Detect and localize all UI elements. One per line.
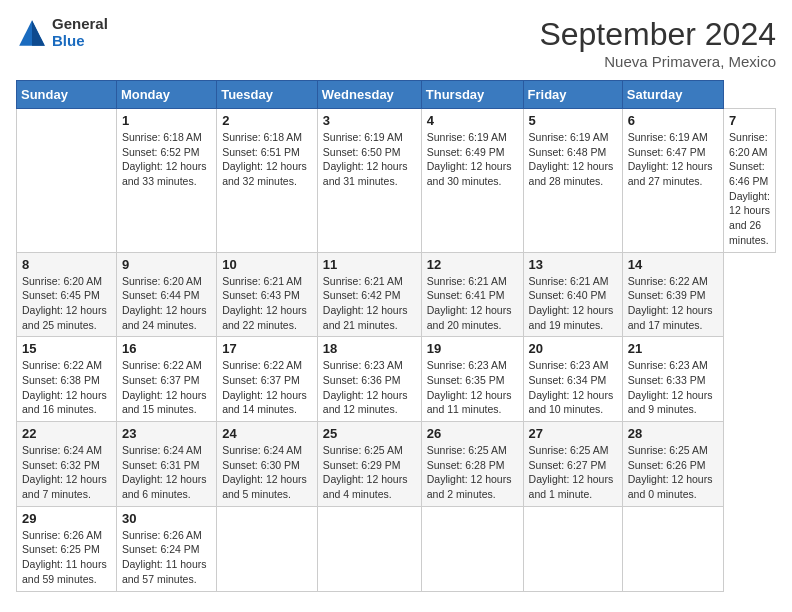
day-cell: 24 Sunrise: 6:24 AM Sunset: 6:30 PM Dayl… <box>217 422 318 507</box>
day-number: 18 <box>323 341 416 356</box>
sunrise: Sunrise: 6:18 AM <box>222 131 302 143</box>
day-cell: 2 Sunrise: 6:18 AM Sunset: 6:51 PM Dayli… <box>217 109 318 253</box>
day-cell: 4 Sunrise: 6:19 AM Sunset: 6:49 PM Dayli… <box>421 109 523 253</box>
day-info: Sunrise: 6:25 AM Sunset: 6:26 PM Dayligh… <box>628 443 718 502</box>
sunrise: Sunrise: 6:21 AM <box>222 275 302 287</box>
week-row-2: 8 Sunrise: 6:20 AM Sunset: 6:45 PM Dayli… <box>17 252 776 337</box>
daylight: Daylight: 12 hours and 31 minutes. <box>323 160 408 187</box>
day-number: 6 <box>628 113 718 128</box>
logo-general: General <box>52 16 108 33</box>
day-number: 4 <box>427 113 518 128</box>
day-number: 20 <box>529 341 617 356</box>
sunset: Sunset: 6:48 PM <box>529 146 607 158</box>
day-number: 9 <box>122 257 211 272</box>
weekday-header-friday: Friday <box>523 81 622 109</box>
daylight: Daylight: 12 hours and 15 minutes. <box>122 389 207 416</box>
sunset: Sunset: 6:32 PM <box>22 459 100 471</box>
day-cell: 7 Sunrise: 6:20 AM Sunset: 6:46 PM Dayli… <box>724 109 776 253</box>
daylight: Daylight: 12 hours and 22 minutes. <box>222 304 307 331</box>
daylight: Daylight: 12 hours and 1 minute. <box>529 473 614 500</box>
day-info: Sunrise: 6:23 AM Sunset: 6:33 PM Dayligh… <box>628 358 718 417</box>
day-number: 15 <box>22 341 111 356</box>
sunrise: Sunrise: 6:21 AM <box>323 275 403 287</box>
sunrise: Sunrise: 6:20 AM <box>729 131 768 158</box>
sunrise: Sunrise: 6:23 AM <box>427 359 507 371</box>
weekday-header-monday: Monday <box>116 81 216 109</box>
sunset: Sunset: 6:34 PM <box>529 374 607 386</box>
day-cell: 12 Sunrise: 6:21 AM Sunset: 6:41 PM Dayl… <box>421 252 523 337</box>
day-cell: 30 Sunrise: 6:26 AM Sunset: 6:24 PM Dayl… <box>116 506 216 591</box>
day-number: 17 <box>222 341 312 356</box>
sunset: Sunset: 6:43 PM <box>222 289 300 301</box>
day-info: Sunrise: 6:19 AM Sunset: 6:49 PM Dayligh… <box>427 130 518 189</box>
sunrise: Sunrise: 6:22 AM <box>122 359 202 371</box>
day-number: 14 <box>628 257 718 272</box>
sunrise: Sunrise: 6:20 AM <box>122 275 202 287</box>
sunset: Sunset: 6:39 PM <box>628 289 706 301</box>
sunset: Sunset: 6:24 PM <box>122 543 200 555</box>
day-number: 24 <box>222 426 312 441</box>
day-info: Sunrise: 6:22 AM Sunset: 6:37 PM Dayligh… <box>222 358 312 417</box>
sunset: Sunset: 6:45 PM <box>22 289 100 301</box>
sunset: Sunset: 6:52 PM <box>122 146 200 158</box>
daylight: Daylight: 12 hours and 6 minutes. <box>122 473 207 500</box>
daylight: Daylight: 12 hours and 20 minutes. <box>427 304 512 331</box>
sunset: Sunset: 6:37 PM <box>122 374 200 386</box>
daylight: Daylight: 12 hours and 25 minutes. <box>22 304 107 331</box>
sunrise: Sunrise: 6:19 AM <box>529 131 609 143</box>
sunrise: Sunrise: 6:24 AM <box>22 444 102 456</box>
day-cell: 17 Sunrise: 6:22 AM Sunset: 6:37 PM Dayl… <box>217 337 318 422</box>
day-cell <box>421 506 523 591</box>
day-number: 5 <box>529 113 617 128</box>
day-info: Sunrise: 6:26 AM Sunset: 6:25 PM Dayligh… <box>22 528 111 587</box>
daylight: Daylight: 12 hours and 16 minutes. <box>22 389 107 416</box>
day-number: 7 <box>729 113 770 128</box>
daylight: Daylight: 12 hours and 12 minutes. <box>323 389 408 416</box>
day-info: Sunrise: 6:21 AM Sunset: 6:42 PM Dayligh… <box>323 274 416 333</box>
weekday-header-thursday: Thursday <box>421 81 523 109</box>
day-cell: 15 Sunrise: 6:22 AM Sunset: 6:38 PM Dayl… <box>17 337 117 422</box>
sunset: Sunset: 6:33 PM <box>628 374 706 386</box>
daylight: Daylight: 12 hours and 2 minutes. <box>427 473 512 500</box>
weekday-header-tuesday: Tuesday <box>217 81 318 109</box>
daylight: Daylight: 12 hours and 28 minutes. <box>529 160 614 187</box>
sunset: Sunset: 6:41 PM <box>427 289 505 301</box>
day-info: Sunrise: 6:24 AM Sunset: 6:32 PM Dayligh… <box>22 443 111 502</box>
daylight: Daylight: 12 hours and 9 minutes. <box>628 389 713 416</box>
day-number: 23 <box>122 426 211 441</box>
day-number: 8 <box>22 257 111 272</box>
day-cell: 25 Sunrise: 6:25 AM Sunset: 6:29 PM Dayl… <box>317 422 421 507</box>
sunrise: Sunrise: 6:26 AM <box>22 529 102 541</box>
sunrise: Sunrise: 6:18 AM <box>122 131 202 143</box>
sunset: Sunset: 6:25 PM <box>22 543 100 555</box>
day-cell <box>317 506 421 591</box>
day-info: Sunrise: 6:22 AM Sunset: 6:38 PM Dayligh… <box>22 358 111 417</box>
daylight: Daylight: 12 hours and 11 minutes. <box>427 389 512 416</box>
sunrise: Sunrise: 6:20 AM <box>22 275 102 287</box>
day-number: 13 <box>529 257 617 272</box>
day-cell: 19 Sunrise: 6:23 AM Sunset: 6:35 PM Dayl… <box>421 337 523 422</box>
weekday-header-saturday: Saturday <box>622 81 723 109</box>
sunset: Sunset: 6:31 PM <box>122 459 200 471</box>
day-cell: 14 Sunrise: 6:22 AM Sunset: 6:39 PM Dayl… <box>622 252 723 337</box>
day-info: Sunrise: 6:18 AM Sunset: 6:52 PM Dayligh… <box>122 130 211 189</box>
sunset: Sunset: 6:28 PM <box>427 459 505 471</box>
day-info: Sunrise: 6:20 AM Sunset: 6:46 PM Dayligh… <box>729 130 770 248</box>
day-cell: 22 Sunrise: 6:24 AM Sunset: 6:32 PM Dayl… <box>17 422 117 507</box>
sunrise: Sunrise: 6:26 AM <box>122 529 202 541</box>
day-cell: 1 Sunrise: 6:18 AM Sunset: 6:52 PM Dayli… <box>116 109 216 253</box>
day-info: Sunrise: 6:24 AM Sunset: 6:31 PM Dayligh… <box>122 443 211 502</box>
calendar: SundayMondayTuesdayWednesdayThursdayFrid… <box>16 80 776 592</box>
day-number: 29 <box>22 511 111 526</box>
daylight: Daylight: 12 hours and 21 minutes. <box>323 304 408 331</box>
day-info: Sunrise: 6:24 AM Sunset: 6:30 PM Dayligh… <box>222 443 312 502</box>
sunset: Sunset: 6:44 PM <box>122 289 200 301</box>
sunrise: Sunrise: 6:22 AM <box>222 359 302 371</box>
sunset: Sunset: 6:50 PM <box>323 146 401 158</box>
weekday-header-wednesday: Wednesday <box>317 81 421 109</box>
day-cell: 28 Sunrise: 6:25 AM Sunset: 6:26 PM Dayl… <box>622 422 723 507</box>
daylight: Daylight: 12 hours and 27 minutes. <box>628 160 713 187</box>
sunrise: Sunrise: 6:25 AM <box>323 444 403 456</box>
day-cell: 26 Sunrise: 6:25 AM Sunset: 6:28 PM Dayl… <box>421 422 523 507</box>
location: Nueva Primavera, Mexico <box>539 53 776 70</box>
